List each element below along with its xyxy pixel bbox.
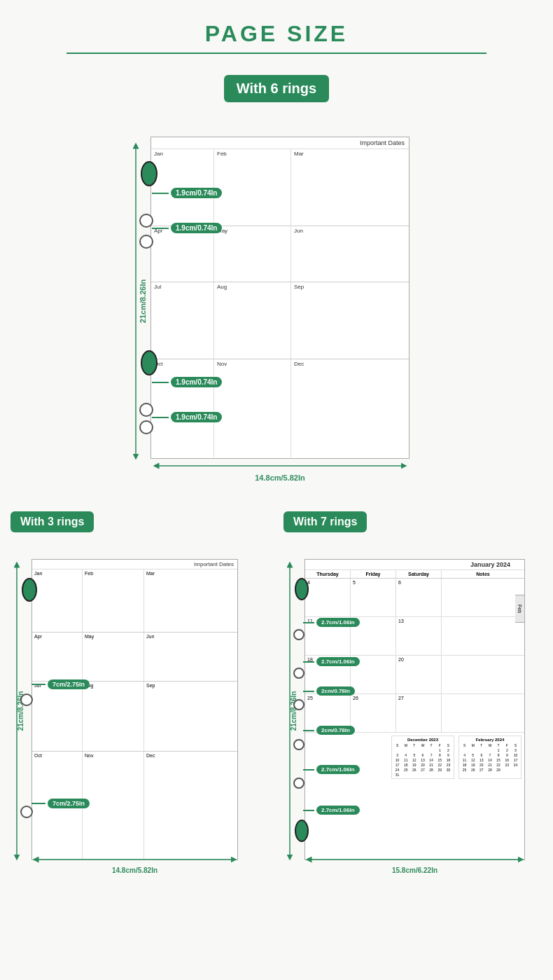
section-bottom: With 3 rings 21cm/8.26In <box>10 511 542 876</box>
ring-circle-3-7rings <box>293 668 304 679</box>
cal-title-6rings: Important Dates <box>360 139 405 146</box>
dim-h-6rings: 14.8cm/5.82In <box>150 458 410 482</box>
badge-seven-rings: With 7 rings <box>284 511 367 532</box>
ring-circle-4-7rings <box>293 699 304 710</box>
meas-tag-1-7rings: 2.7cm/1.06In <box>303 618 360 627</box>
month-jun: Jun <box>294 228 303 234</box>
cal-title-3rings: Important Dates <box>194 561 234 567</box>
ring-circle-3-6rings <box>139 235 153 249</box>
meas-tag-4-6rings: 1.9cm/0.74In <box>152 412 222 422</box>
dim-h-3rings: 14.8cm/5.82In <box>31 853 238 874</box>
section-seven-rings: With 7 rings 21cm/8.26In <box>284 511 542 876</box>
month-aug: Aug <box>217 284 227 290</box>
cal-page-7rings: Feb January 2024 Thursday Friday Saturda… <box>304 559 525 860</box>
dim-h-7rings: 15.8cm/6.22In <box>304 853 525 874</box>
meas-tag-6-7rings: 2.7cm/1.06In <box>303 806 360 815</box>
h-arrow-svg-6 <box>150 458 410 474</box>
dim-v-7rings: 21cm/8.26In <box>284 560 296 862</box>
ring-circle-5-7rings <box>293 739 304 750</box>
section-six-rings: With 6 rings 21cm/8.26In I <box>14 75 539 483</box>
ring-oval-1-6rings <box>141 161 158 186</box>
month-mar: Mar <box>294 151 304 157</box>
dim-h-label-6rings: 14.8cm/5.82In <box>255 474 305 482</box>
meas-tag-3-7rings: 2cm/0.78In <box>303 686 355 696</box>
month-nov: Nov <box>217 361 227 367</box>
month-dec: Dec <box>294 361 304 367</box>
month-sep: Sep <box>294 284 304 290</box>
meas-tag-4-7rings: 2cm/0.78In <box>303 726 355 735</box>
cal-title-7rings: January 2024 <box>470 561 510 568</box>
ring-circle-2-3rings <box>20 693 33 706</box>
meas-tag-1-6rings: 1.9cm/0.74In <box>152 188 222 198</box>
dim-v-label-6rings: 21cm/8.26In <box>139 279 147 323</box>
section-three-rings: With 3 rings 21cm/8.26In <box>10 511 262 876</box>
dim-v-label-7rings: 21cm/8.26In <box>290 691 298 731</box>
meas-tag-3-6rings: 1.9cm/0.74In <box>152 377 222 387</box>
badge-three-rings: With 3 rings <box>10 511 94 532</box>
meas-tag-5-7rings: 2.7cm/1.06In <box>303 765 360 774</box>
ring-oval-1-3rings <box>22 578 37 602</box>
tab-feb: Feb <box>515 595 525 623</box>
cal-page-6rings: Important Dates Jan Feb Mar Apr <box>150 137 410 459</box>
meas-tag-2-3rings: 7cm/2.75In <box>31 799 90 808</box>
cal-page-3rings: Important Dates Jan Feb Mar Apr May Jun … <box>31 559 238 860</box>
meas-tag-2-7rings: 2.7cm/1.06In <box>303 657 360 666</box>
ring-circle-5-6rings <box>139 403 153 417</box>
meas-tag-2-6rings: 1.9cm/0.74In <box>152 223 222 233</box>
ring-oval-7-7rings <box>295 820 309 842</box>
meas-tag-1-3rings: 7cm/2.75In <box>31 679 90 689</box>
dim-h-label-3rings: 14.8cm/5.82In <box>112 867 158 874</box>
h-arrow-3rings <box>31 853 238 867</box>
page-title: PAGE SIZE <box>205 21 348 47</box>
ring-oval-4-6rings <box>141 350 158 375</box>
title-divider <box>66 53 486 54</box>
ring-circle-2-7rings <box>293 629 304 640</box>
month-feb: Feb <box>217 151 227 157</box>
ring-circle-6-7rings <box>293 778 304 789</box>
month-jan: Jan <box>154 151 163 157</box>
badge-six-rings: With 6 rings <box>224 75 329 102</box>
ring-circle-2-6rings <box>139 214 153 228</box>
month-jul: Jul <box>154 284 161 290</box>
h-arrow-7rings <box>304 853 525 867</box>
dim-v-3rings: 21cm/8.26In <box>10 560 23 862</box>
dim-h-label-7rings: 15.8cm/6.22In <box>392 867 438 874</box>
ring-circle-6-6rings <box>139 420 153 434</box>
ring-oval-1-7rings <box>295 578 309 600</box>
